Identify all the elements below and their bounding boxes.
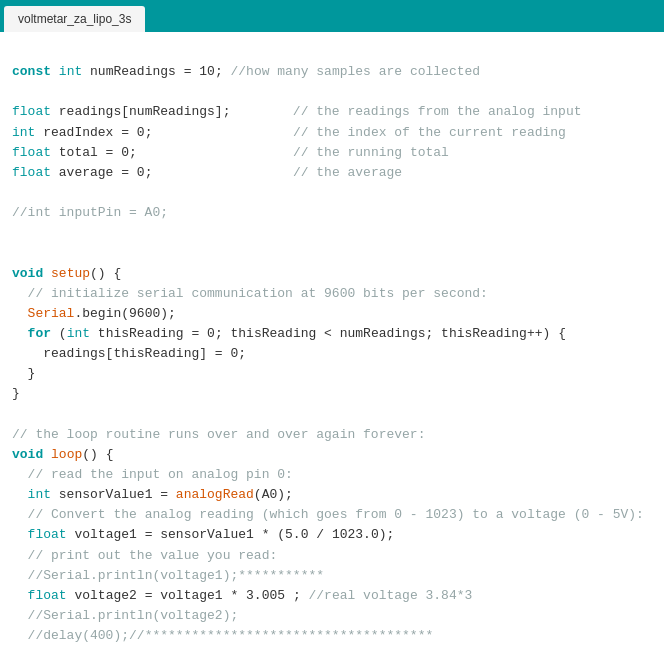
tab-bar: voltmetar_za_lipo_3s — [0, 0, 664, 32]
editor-window: voltmetar_za_lipo_3s const int numReadin… — [0, 0, 664, 656]
code-area[interactable]: const int numReadings = 10; //how many s… — [0, 32, 664, 656]
tab-voltmetar[interactable]: voltmetar_za_lipo_3s — [4, 6, 145, 32]
code-line: const int numReadings = 10; //how many s… — [12, 64, 644, 656]
